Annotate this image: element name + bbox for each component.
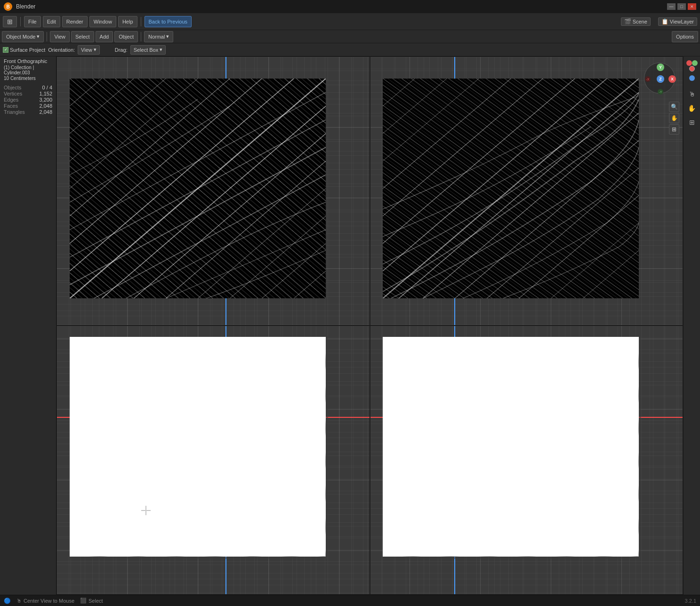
render-menu[interactable]: Render — [62, 16, 88, 27]
axis-y-dot — [692, 60, 698, 66]
object-menu-btn[interactable]: Object — [114, 31, 138, 42]
minimize-button[interactable]: — — [667, 3, 676, 10]
objects-label: Objects — [4, 85, 21, 90]
sep2 — [141, 32, 141, 41]
select-menu-btn[interactable]: Select — [71, 31, 94, 42]
sidebar-tool1[interactable]: 🖱 — [685, 88, 699, 101]
wavy-edge-br — [636, 337, 641, 557]
viewport-grid — [56, 56, 683, 595]
orientation-label: Orientation: — [48, 47, 75, 53]
select-label: Select — [89, 598, 103, 604]
vertices-stat: Vertices 1,152 — [4, 91, 52, 96]
view-label: Front Orthographic — [4, 58, 52, 64]
viewport-controls: 🔍 ✋ ⊞ — [669, 102, 679, 135]
scene-header: 🎬 Scene 📋 ViewLayer — [621, 17, 697, 26]
maximize-button[interactable]: □ — [677, 3, 686, 10]
gizmo-x-axis[interactable]: X — [668, 75, 676, 83]
viewport-top-right[interactable] — [370, 56, 684, 326]
wavy-edge-bottom-bl — [70, 554, 326, 559]
viewport-bottom-left[interactable] — [56, 326, 370, 595]
grid-view-btn[interactable]: ⊞ — [669, 124, 679, 135]
z-indicator — [689, 75, 695, 81]
viewport-bottom-right[interactable] — [370, 326, 684, 595]
stats-panel: Front Orthographic (1) Collection | Cyli… — [0, 56, 56, 595]
select-box-chevron-icon: ▾ — [160, 47, 162, 53]
axis-indicator — [685, 59, 699, 72]
surface-project-label: Surface Project — [10, 47, 45, 53]
orientation-dropdown[interactable]: View ▾ — [78, 45, 100, 55]
shading-btn[interactable]: Normal ▾ — [144, 31, 173, 42]
gizmo-neg-x-axis[interactable]: -X — [645, 76, 651, 82]
gizmo-z-axis[interactable]: Z — [657, 75, 664, 83]
sidebar-tool3[interactable]: ⊞ — [685, 116, 699, 129]
wavy-edge-bl — [323, 337, 328, 557]
edges-label: Edges — [4, 97, 18, 103]
right-sidebar: 🖱 ✋ ⊞ — [683, 56, 700, 595]
viewport-top-left[interactable] — [56, 56, 370, 326]
edit-menu[interactable]: Edit — [43, 16, 60, 27]
add-menu-btn[interactable]: Add — [96, 31, 113, 42]
back-to-previous-button[interactable]: Back to Previous — [145, 16, 192, 27]
viewlayer-icon: 📋 — [661, 18, 668, 25]
window-controls: — □ ✕ — [667, 3, 696, 10]
unit-label: 10 Centimeters — [4, 76, 52, 81]
object-mode-btn[interactable]: Object Mode ▾ — [2, 31, 44, 42]
header-toolbar: Object Mode ▾ View Select Add Object Nor… — [0, 30, 700, 43]
gizmo-neg-y-axis[interactable]: -Y — [658, 89, 663, 95]
navigation-gizmo[interactable]: Y -Y X -X Z — [642, 60, 679, 98]
crosshair-cursor — [141, 506, 151, 517]
checkbox-icon: ✓ — [3, 47, 8, 53]
mesh-panel-tr — [383, 79, 639, 298]
select-box-dropdown[interactable]: Select Box ▾ — [130, 45, 166, 55]
top-toolbar: ⊞ File Edit Render Window Help Back to P… — [0, 13, 700, 30]
faces-label: Faces — [4, 103, 18, 109]
orientation-value: View — [81, 47, 92, 53]
version-label: 3.2.1 — [685, 598, 696, 604]
triangles-stat: Triangles 2,048 — [4, 109, 52, 115]
triangles-value: 2,048 — [39, 109, 52, 115]
vertices-label: Vertices — [4, 91, 22, 96]
axis-x-dot — [686, 60, 692, 66]
viewlayer-badge[interactable]: 📋 ViewLayer — [658, 17, 697, 26]
options-btn[interactable]: Options — [672, 31, 698, 42]
close-button[interactable]: ✕ — [688, 3, 696, 10]
status-icon-item: 🔵 — [4, 598, 11, 604]
window-menu[interactable]: Window — [89, 16, 116, 27]
sidebar-tool2[interactable]: ✋ — [685, 102, 699, 115]
surface-project-checkbox[interactable]: ✓ Surface Project — [3, 47, 45, 53]
viewport-area: Front Orthographic (1) Collection | Cyli… — [0, 56, 700, 595]
app-icon: B — [4, 2, 12, 11]
view-menu-btn[interactable]: View — [50, 31, 70, 42]
select-box-label: Select Box — [134, 47, 159, 53]
hand-tool-btn[interactable]: ✋ — [669, 113, 679, 123]
help-menu[interactable]: Help — [118, 16, 137, 27]
separator2 — [141, 17, 141, 26]
zoom-in-btn[interactable]: 🔍 — [669, 102, 679, 112]
edges-stat: Edges 3,200 — [4, 97, 52, 103]
statusbar: 🔵 🖱 Center View to Mouse ⬛ Select 3.2.1 — [0, 595, 700, 606]
mesh-svg-tl — [70, 79, 326, 298]
app-title: Blender — [16, 3, 35, 10]
white-panel-bl — [70, 337, 326, 557]
title-bar: B Blender — □ ✕ — [0, 0, 700, 13]
objects-stat: Objects 0 / 4 — [4, 85, 52, 90]
select-item: ⬛ Select — [80, 598, 103, 604]
object-mode-label: Object Mode — [6, 34, 35, 40]
chevron-down-icon: ▾ — [37, 33, 40, 40]
main-viewport[interactable]: Y -Y X -X Z 🔍 ✋ ⊞ — [56, 56, 683, 595]
gizmo-y-axis[interactable]: Y — [657, 64, 664, 71]
separator — [20, 17, 21, 26]
center-view-item: 🖱 Center View to Mouse — [16, 598, 74, 604]
sep — [47, 32, 47, 41]
mouse-icon: 🖱 — [16, 598, 22, 604]
select-icon: ⬛ — [80, 598, 87, 604]
blender-icon-small: 🔵 — [4, 598, 11, 604]
vertices-value: 1,152 — [39, 91, 52, 96]
file-menu[interactable]: File — [24, 16, 41, 27]
scene-label: Scene — [633, 19, 647, 24]
scene-badge[interactable]: 🎬 Scene — [621, 17, 651, 26]
faces-stat: Faces 2,048 — [4, 103, 52, 109]
crosshair-svg — [141, 506, 151, 515]
wavy-edge-bottom-br — [383, 554, 639, 559]
layout-icon-btn[interactable]: ⊞ — [3, 16, 17, 27]
